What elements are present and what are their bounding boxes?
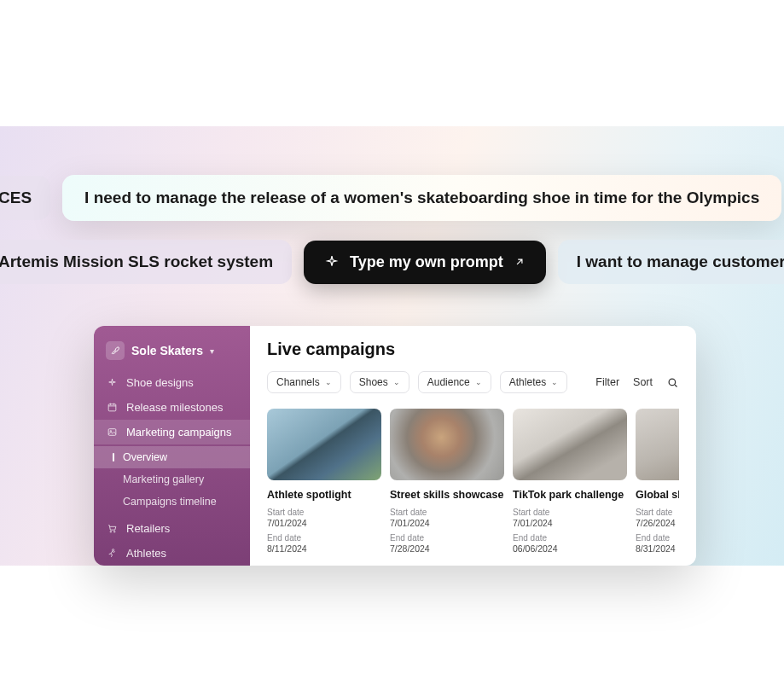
- sidebar-item-label: Shoe designs: [126, 376, 194, 389]
- cart-icon: [106, 523, 118, 534]
- end-date-label: End date: [267, 533, 381, 543]
- start-date-label: Start date: [513, 508, 627, 517]
- campaign-card[interactable]: TikTok park challenge Start date 7/01/20…: [513, 409, 627, 554]
- sparkle-icon: [106, 377, 118, 388]
- start-date: 7/01/2024: [513, 518, 627, 528]
- sidebar: Sole Skaters ▾ Shoe designs Release mile…: [94, 326, 250, 566]
- sidebar-item-label: Marketing campaigns: [126, 426, 232, 438]
- prompt-chip-ces[interactable]: CES: [0, 176, 50, 220]
- svg-point-6: [669, 379, 676, 386]
- page-title: Live campaigns: [267, 340, 679, 359]
- image-icon: [106, 427, 118, 438]
- calendar-icon: [106, 402, 118, 413]
- campaign-thumbnail: [513, 409, 627, 480]
- chevron-down-icon: ▾: [210, 346, 214, 356]
- running-icon: [106, 548, 118, 559]
- filter-label: Athletes: [509, 376, 546, 388]
- chevron-down-icon: ⌄: [551, 378, 558, 386]
- campaign-title: Street skills showcase: [390, 489, 504, 501]
- prompt-chip-beta[interactable]: I want to manage customer beta p: [558, 240, 784, 284]
- end-date: 7/28/2024: [390, 543, 504, 554]
- sidebar-sub-timeline[interactable]: Campaigns timeline: [94, 491, 250, 513]
- main-content: Live campaigns Channels ⌄ Shoes ⌄ Audien…: [250, 326, 696, 566]
- sidebar-item-label: Athletes: [126, 547, 166, 560]
- start-date: 7/26/2024: [636, 518, 679, 528]
- sidebar-item-shoe-designs[interactable]: Shoe designs: [94, 370, 250, 395]
- sidebar-sub-overview[interactable]: Overview: [94, 446, 250, 468]
- workspace-icon: [106, 341, 125, 360]
- sidebar-item-athletes[interactable]: Athletes: [94, 541, 250, 566]
- sparkle-icon: [324, 254, 340, 270]
- chevron-down-icon: ⌄: [475, 378, 482, 386]
- search-icon[interactable]: [666, 376, 679, 389]
- arrow-up-right-icon: [514, 256, 526, 268]
- filter-button[interactable]: Filter: [595, 376, 619, 388]
- filter-row: Channels ⌄ Shoes ⌄ Audience ⌄ Athletes ⌄…: [267, 371, 679, 393]
- sidebar-item-release-milestones[interactable]: Release milestones: [94, 395, 250, 420]
- right-controls: Filter Sort: [595, 376, 679, 389]
- sidebar-sub-gallery[interactable]: Marketing gallery: [94, 468, 250, 491]
- prompt-row-2: Artemis Mission SLS rocket system Type m…: [0, 237, 784, 287]
- sidebar-item-label: Retailers: [126, 522, 170, 535]
- filter-label: Audience: [427, 376, 470, 388]
- chevron-down-icon: ⌄: [393, 378, 400, 386]
- workspace-name: Sole Skaters: [131, 344, 203, 357]
- campaign-title: TikTok park challenge: [513, 489, 627, 501]
- svg-rect-1: [108, 429, 116, 436]
- sidebar-subnav: Overview Marketing gallery Campaigns tim…: [94, 444, 250, 516]
- prompt-chip-artemis[interactable]: Artemis Mission SLS rocket system: [0, 240, 292, 284]
- chevron-down-icon: ⌄: [325, 378, 332, 386]
- type-own-prompt-label: Type my own prompt: [350, 253, 503, 271]
- end-date: 8/31/2024: [636, 543, 679, 554]
- sort-button[interactable]: Sort: [633, 376, 653, 388]
- app-window: Sole Skaters ▾ Shoe designs Release mile…: [94, 326, 696, 566]
- campaign-thumbnail: [390, 409, 504, 480]
- filter-shoes[interactable]: Shoes ⌄: [350, 371, 409, 393]
- campaign-cards: Athlete spotlight Start date 7/01/2024 E…: [267, 409, 679, 554]
- filter-label: Shoes: [359, 376, 388, 388]
- start-date-label: Start date: [267, 508, 381, 517]
- svg-rect-0: [108, 404, 116, 411]
- sidebar-item-marketing-campaigns[interactable]: Marketing campaigns: [94, 420, 250, 444]
- prompt-row-1: CES I need to manage the release of a wo…: [0, 173, 784, 223]
- sidebar-item-label: Release milestones: [126, 401, 223, 414]
- start-date: 7/01/2024: [267, 518, 381, 528]
- campaign-card[interactable]: Global skatebo Start date 7/26/2024 End …: [636, 409, 679, 554]
- svg-point-3: [110, 531, 112, 533]
- end-date-label: End date: [513, 533, 627, 543]
- filter-label: Channels: [276, 376, 320, 388]
- campaign-title: Global skatebo: [636, 489, 679, 501]
- campaign-thumbnail: [267, 409, 381, 480]
- campaign-thumbnail: [636, 409, 679, 480]
- end-date: 8/11/2024: [267, 543, 381, 554]
- svg-point-4: [113, 531, 115, 533]
- filter-channels[interactable]: Channels ⌄: [267, 371, 341, 393]
- campaign-card[interactable]: Athlete spotlight Start date 7/01/2024 E…: [267, 409, 381, 554]
- end-date-label: End date: [636, 533, 679, 543]
- prompt-chip-highlight[interactable]: I need to manage the release of a women'…: [62, 175, 781, 221]
- end-date-label: End date: [390, 533, 504, 543]
- type-own-prompt-button[interactable]: Type my own prompt: [304, 241, 546, 284]
- start-date: 7/01/2024: [390, 518, 504, 528]
- end-date: 06/06/2024: [513, 543, 627, 554]
- campaign-card[interactable]: Street skills showcase Start date 7/01/2…: [390, 409, 504, 554]
- svg-point-5: [112, 549, 113, 551]
- filter-athletes[interactable]: Athletes ⌄: [500, 371, 567, 393]
- start-date-label: Start date: [390, 508, 504, 517]
- filter-audience[interactable]: Audience ⌄: [418, 371, 491, 393]
- workspace-switcher[interactable]: Sole Skaters ▾: [94, 338, 250, 370]
- start-date-label: Start date: [636, 508, 679, 517]
- campaign-title: Athlete spotlight: [267, 489, 381, 501]
- sidebar-item-retailers[interactable]: Retailers: [94, 516, 250, 541]
